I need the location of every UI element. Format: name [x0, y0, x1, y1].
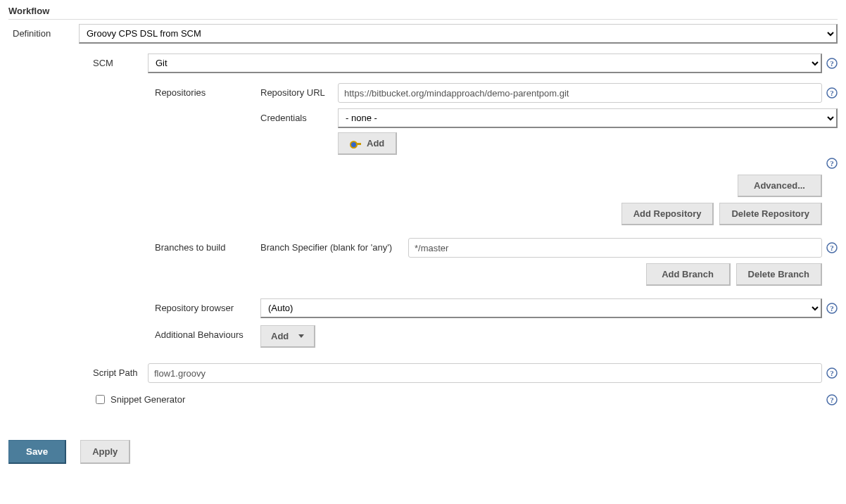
repo-browser-select[interactable]: (Auto) — [260, 298, 822, 318]
help-icon[interactable] — [826, 242, 838, 253]
save-button[interactable]: Save — [8, 440, 66, 464]
script-path-input[interactable] — [148, 363, 822, 383]
apply-button[interactable]: Apply — [80, 440, 130, 464]
repo-url-input[interactable] — [338, 83, 822, 103]
credentials-label: Credentials — [260, 108, 338, 123]
help-icon[interactable] — [826, 303, 838, 314]
scm-select[interactable]: Git — [148, 53, 822, 73]
definition-label: Definition — [8, 24, 79, 39]
add-behaviour-label: Add — [271, 331, 289, 341]
add-branch-button[interactable]: Add Branch — [646, 263, 731, 286]
add-credential-label: Add — [367, 138, 384, 149]
delete-repository-button[interactable]: Delete Repository — [719, 203, 822, 225]
snippet-generator-checkbox[interactable] — [96, 395, 105, 404]
help-icon[interactable] — [826, 394, 838, 405]
repositories-label: Repositories — [155, 83, 260, 98]
repo-url-label: Repository URL — [260, 83, 338, 98]
branch-specifier-label: Branch Specifier (blank for 'any') — [260, 238, 408, 253]
branches-label: Branches to build — [155, 238, 260, 253]
help-icon[interactable] — [826, 158, 838, 169]
snippet-generator-label: Snippet Generator — [111, 394, 185, 405]
credentials-select[interactable]: - none - — [338, 108, 838, 128]
add-repository-button[interactable]: Add Repository — [621, 203, 714, 225]
scm-label: SCM — [93, 53, 148, 68]
help-icon[interactable] — [826, 87, 838, 99]
add-behaviour-button[interactable]: Add — [260, 325, 315, 348]
add-credential-button[interactable]: Add — [338, 132, 397, 155]
definition-select[interactable]: Groovy CPS DSL from SCM — [79, 24, 838, 44]
repo-browser-label: Repository browser — [155, 298, 260, 313]
script-path-label: Script Path — [93, 363, 148, 378]
help-icon[interactable] — [826, 58, 838, 69]
key-icon — [350, 140, 361, 147]
advanced-button[interactable]: Advanced... — [738, 175, 822, 197]
section-title: Workflow — [8, 6, 838, 20]
chevron-down-icon — [298, 334, 304, 338]
additional-behaviours-label: Additional Behaviours — [155, 325, 260, 340]
help-icon[interactable] — [826, 367, 838, 379]
branch-specifier-input[interactable] — [408, 238, 822, 258]
delete-branch-button[interactable]: Delete Branch — [736, 263, 822, 286]
